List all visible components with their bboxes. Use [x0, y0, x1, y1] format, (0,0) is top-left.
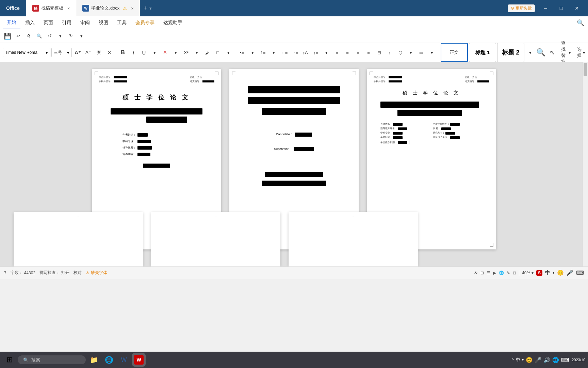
shrink-font-button[interactable]: A⁻	[83, 47, 93, 58]
style-heading1[interactable]: 标题 1	[469, 43, 496, 62]
border-button[interactable]: □	[213, 47, 223, 58]
redo-button[interactable]: ↻	[66, 31, 76, 41]
save-button[interactable]: 💾	[3, 31, 12, 41]
line-spacing2-button[interactable]: ↕	[385, 47, 394, 58]
align-right-button[interactable]: ≡	[353, 47, 363, 58]
border-arrow[interactable]: ▾	[224, 47, 233, 58]
undo-dropdown[interactable]: ▾	[55, 31, 65, 41]
tab-review[interactable]: 审阅	[76, 16, 94, 29]
superscript-arrow[interactable]: ▾	[192, 47, 201, 58]
shade-arrow[interactable]: ▾	[406, 47, 415, 58]
taskbar-word[interactable]: W	[117, 353, 131, 367]
line-spacing-button[interactable]: ↕≡	[311, 47, 321, 58]
sort-button[interactable]: ↕A	[300, 47, 310, 58]
underline-arrow[interactable]: ▾	[150, 47, 159, 58]
align-center-button[interactable]: ≡	[343, 47, 352, 58]
taskbar-files[interactable]: 📁	[87, 353, 101, 367]
border2-button[interactable]: ▭	[416, 47, 426, 58]
tab-word-close[interactable]: ×	[131, 6, 134, 11]
clear-format-button[interactable]: ✕	[104, 47, 114, 58]
maximize-button[interactable]: □	[553, 0, 569, 16]
shade-button[interactable]: ⬡	[395, 47, 405, 58]
line-spacing-arrow[interactable]: ▾	[322, 47, 331, 58]
underline-button[interactable]: U	[139, 47, 149, 58]
undo-back-button[interactable]: ↩	[13, 31, 23, 41]
tab-reference[interactable]: 引用	[58, 16, 76, 29]
lang-badge[interactable]: 中	[545, 270, 550, 276]
tab-office[interactable]: Office	[0, 0, 26, 16]
view-read-button[interactable]: 👁	[474, 271, 478, 275]
vertical-scrollbar[interactable]	[583, 62, 588, 266]
spell-check-item[interactable]: 拼写检查： 打开	[39, 270, 69, 276]
align-left-button[interactable]: ≡	[332, 47, 342, 58]
view-edit-button[interactable]: ✎	[507, 271, 510, 275]
taskbar-chevron[interactable]: ^	[512, 357, 514, 362]
font-color-arrow[interactable]: ▾	[171, 47, 180, 58]
redo-dropdown[interactable]: ▾	[77, 31, 86, 41]
taskbar-network[interactable]: 🌐	[552, 357, 559, 363]
emoji-badge[interactable]: 😊	[557, 270, 564, 276]
tab-tools[interactable]: 工具	[113, 16, 131, 29]
view-web-button[interactable]: 🌐	[499, 271, 504, 275]
style-heading2[interactable]: 标题 2	[497, 43, 524, 62]
minimize-button[interactable]: ─	[538, 0, 553, 16]
tab-insert[interactable]: 插入	[21, 16, 39, 29]
undo-button[interactable]: ↺	[45, 31, 54, 41]
taskbar-mic[interactable]: 🎤	[535, 357, 541, 363]
bold-button[interactable]: B	[118, 47, 128, 58]
styles-arrow[interactable]: ▾	[525, 47, 535, 58]
tab-wps-close[interactable]: ×	[67, 6, 70, 11]
justify-button[interactable]: ≡	[364, 47, 373, 58]
mic-badge[interactable]: 🎤	[567, 270, 573, 276]
taskbar-emoji[interactable]: 😊	[526, 357, 533, 363]
start-button[interactable]: ⊞	[3, 353, 16, 367]
taskbar-edge[interactable]: 🌐	[102, 353, 116, 367]
tab-wps[interactable]: 稿 找稿壳模板 ×	[26, 0, 77, 16]
italic-button[interactable]: I	[129, 47, 138, 58]
bullets-button[interactable]: •≡	[237, 47, 247, 58]
zoom-value[interactable]: 40% ▾	[522, 271, 534, 275]
view-split-button[interactable]: ⊡	[513, 271, 516, 275]
ribbon-search-button[interactable]: 🔍	[576, 18, 585, 28]
scroll-thumb[interactable]	[584, 63, 587, 76]
numbering-button[interactable]: 1≡	[258, 47, 268, 58]
font-name-selector[interactable]: Times New Roma ▾	[3, 48, 50, 57]
tab-member[interactable]: 会员专享	[131, 16, 159, 29]
select-button[interactable]: 选择 ▾	[575, 45, 587, 60]
font-color-button[interactable]: A	[160, 47, 170, 58]
taskbar-search[interactable]: 🔍 搜索	[18, 355, 86, 364]
border2-arrow[interactable]: ▾	[427, 47, 437, 58]
view-page-button[interactable]: ⊡	[480, 271, 484, 275]
highlight-button[interactable]: 🖌	[202, 47, 212, 58]
style-normal[interactable]: 正文	[441, 43, 468, 62]
font-size-selector[interactable]: 三号 ▾	[51, 48, 72, 57]
print-button[interactable]: 🖨	[24, 31, 33, 41]
grow-font-button[interactable]: A⁺	[73, 47, 82, 58]
taskbar-keyboard[interactable]: ⌨	[561, 357, 569, 363]
tab-new-button[interactable]: +	[144, 5, 148, 12]
tab-arrow[interactable]: ▾	[149, 6, 152, 11]
view-outline-button[interactable]: ☰	[487, 271, 490, 275]
tab-word[interactable]: W 毕业论文.docx ⚠ ×	[76, 0, 140, 16]
tab-view[interactable]: 视图	[95, 16, 112, 29]
decrease-indent-button[interactable]: ←≡	[279, 47, 289, 58]
close-button[interactable]: ✕	[569, 0, 585, 16]
tab-page[interactable]: 页面	[39, 16, 57, 29]
taskbar-ime[interactable]: 中	[516, 357, 520, 363]
find-button[interactable]: 🔍	[34, 31, 44, 41]
increase-indent-button[interactable]: →≡	[290, 47, 299, 58]
bullets-arrow[interactable]: ▾	[248, 47, 257, 58]
numbering-arrow[interactable]: ▾	[269, 47, 278, 58]
view-play-button[interactable]: ▶	[493, 271, 496, 275]
cursor-button[interactable]: ↖	[548, 47, 557, 58]
taskbar-clock[interactable]: 2023/10	[572, 358, 585, 362]
search-large-button[interactable]: 🔍	[536, 47, 545, 58]
change-case-button[interactable]: 变	[94, 47, 103, 58]
taskbar-sound[interactable]: 🔊	[543, 357, 550, 363]
proofread-item[interactable]: 校对	[74, 270, 82, 276]
taskbar-wps-app[interactable]: W	[132, 353, 146, 367]
keyboard-badge[interactable]: ⌨	[576, 270, 584, 276]
tab-start[interactable]: 开始	[3, 16, 20, 29]
tab-daiguan[interactable]: 达观助手	[159, 16, 186, 29]
dot-badge[interactable]: •	[553, 270, 554, 276]
